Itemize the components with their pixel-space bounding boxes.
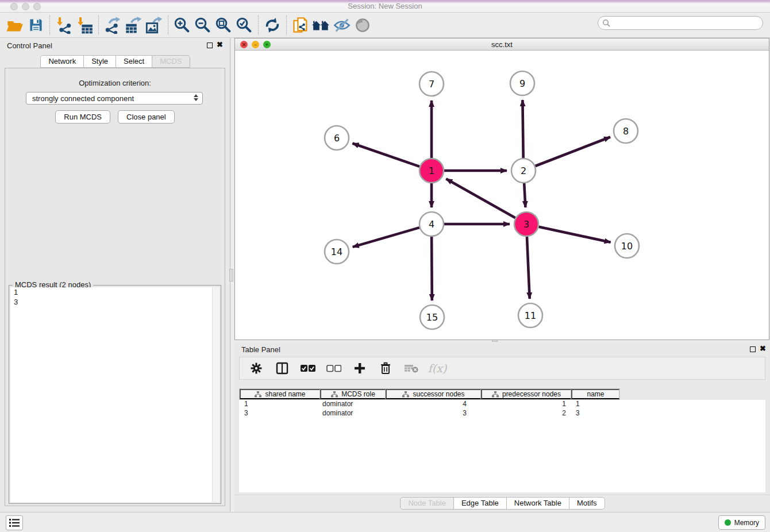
export-table-icon <box>125 17 142 34</box>
tab-edge-table[interactable]: Edge Table <box>453 497 507 510</box>
cell-mcds-role: dominator <box>319 409 385 418</box>
export-network-button[interactable] <box>102 15 123 36</box>
export-image-button[interactable] <box>144 15 164 36</box>
cell-mcds-role: dominator <box>319 400 385 409</box>
close-panel-button[interactable]: Close panel <box>118 110 175 124</box>
open-folder-icon <box>6 17 24 33</box>
show-columns-button[interactable] <box>274 360 291 377</box>
search-input[interactable] <box>613 18 763 28</box>
tab-motifs[interactable]: Motifs <box>569 497 605 510</box>
import-network-icon <box>55 17 72 34</box>
tree-icon <box>255 391 261 398</box>
graph-edge-2-3[interactable] <box>524 183 525 207</box>
graph-edge-4-14[interactable] <box>353 228 419 247</box>
optimization-criterion-select[interactable]: strongly connected component <box>26 92 203 105</box>
graph-edge-2-8[interactable] <box>536 137 611 167</box>
network-canvas[interactable]: 7 9 6 8 1 2 4 3 14 10 15 11 <box>235 51 769 340</box>
graph-edge-2-9[interactable] <box>522 100 523 158</box>
table-options-button[interactable] <box>248 360 265 377</box>
zoom-selected-button[interactable] <box>234 15 255 36</box>
graph-node-6[interactable]: 6 <box>325 126 349 150</box>
toolbar-separator <box>258 16 259 35</box>
column-header-shared-name[interactable]: shared name <box>240 389 320 399</box>
column-header-predecessor-nodes[interactable]: predecessor nodes <box>481 389 571 399</box>
mcds-result-item: 1 <box>10 287 220 297</box>
graph-node-9[interactable]: 9 <box>510 71 534 95</box>
tree-icon <box>402 391 409 398</box>
import-network-button[interactable] <box>53 15 74 36</box>
column-header-name[interactable]: name <box>571 389 619 399</box>
plus-icon <box>354 363 365 374</box>
toolbar-separator <box>286 16 287 35</box>
import-table-button[interactable] <box>74 15 95 36</box>
show-all-button[interactable] <box>352 15 373 36</box>
optimization-criterion-value: strongly connected component <box>32 94 134 103</box>
graph-node-2[interactable]: 2 <box>511 159 536 183</box>
graph-node-15[interactable]: 15 <box>420 305 444 329</box>
table-panel-float-button[interactable] <box>750 346 756 352</box>
zoom-in-button[interactable] <box>172 15 192 36</box>
hide-selected-button[interactable] <box>332 15 352 36</box>
graph-node-10[interactable]: 10 <box>615 234 639 258</box>
graph-edge-1-6[interactable] <box>352 144 419 167</box>
clone-network-button[interactable] <box>290 15 311 36</box>
refresh-layout-icon <box>264 17 280 33</box>
graph-node-14[interactable]: 14 <box>325 240 349 264</box>
task-history-button[interactable] <box>6 515 23 530</box>
tab-mcds[interactable]: MCDS <box>152 55 190 68</box>
save-session-button[interactable] <box>25 15 46 36</box>
tab-select[interactable]: Select <box>116 55 152 68</box>
cell-predecessor-nodes: 1 <box>480 400 571 409</box>
trash-icon <box>380 362 391 375</box>
graph-node-8[interactable]: 8 <box>614 119 638 143</box>
function-builder-button[interactable]: f(x) <box>429 360 446 377</box>
control-panel-tabs: Network Style Select MCDS <box>0 55 230 68</box>
zoom-fit-icon <box>215 17 232 34</box>
select-all-button[interactable] <box>299 360 317 377</box>
column-label: successor nodes <box>413 390 464 398</box>
graph-node-7[interactable]: 7 <box>419 72 444 96</box>
zoom-fit-button[interactable] <box>213 15 234 36</box>
tab-network-table[interactable]: Network Table <box>506 497 569 510</box>
table-row[interactable]: 3 dominator 3 2 3 <box>239 409 765 418</box>
network-view-window: ✕ – + scc.txt 7 9 6 8 1 2 4 3 14 10 <box>234 38 769 340</box>
graph-edge-3-11[interactable] <box>527 237 530 299</box>
tab-network[interactable]: Network <box>40 55 84 68</box>
table-row[interactable]: 1 dominator 4 1 1 <box>239 400 765 409</box>
graph-node-label: 4 <box>429 219 434 230</box>
apply-layout-button[interactable] <box>262 15 283 36</box>
table-panel-close-button[interactable]: ✖ <box>760 345 766 353</box>
checked-boxes-icon <box>301 364 315 372</box>
unselect-all-button[interactable] <box>325 360 342 377</box>
tab-style[interactable]: Style <box>83 55 116 68</box>
search-field[interactable] <box>598 16 763 30</box>
export-table-button[interactable] <box>123 15 144 36</box>
vertical-split-grip[interactable] <box>229 269 233 282</box>
column-header-successor-nodes[interactable]: successor nodes <box>386 389 481 399</box>
memory-button[interactable]: Memory <box>718 515 765 530</box>
control-panel-float-button[interactable] <box>207 43 213 48</box>
tab-node-table[interactable]: Node Table <box>400 497 454 510</box>
graph-node-1[interactable]: 1 <box>419 159 444 183</box>
unchecked-boxes-icon <box>326 364 341 372</box>
graph-edge-3-1[interactable] <box>446 179 515 218</box>
delete-column-button[interactable] <box>377 360 394 377</box>
zoom-out-button[interactable] <box>192 15 213 36</box>
column-label: predecessor nodes <box>502 390 561 398</box>
destroy-table-button[interactable] <box>403 360 420 377</box>
result-scrollbar[interactable] <box>212 287 220 502</box>
graph-edge-4-15[interactable] <box>432 237 432 300</box>
graph-edge-3-10[interactable] <box>539 227 611 242</box>
graph-node-4[interactable]: 4 <box>419 212 444 236</box>
graph-node-label: 6 <box>334 133 340 144</box>
mcds-result-list[interactable]: 1 3 <box>10 287 220 502</box>
column-header-mcds-role[interactable]: MCDS role <box>320 389 386 399</box>
control-panel-close-button[interactable]: ✖ <box>217 41 223 49</box>
run-mcds-button[interactable]: Run MCDS <box>55 110 110 124</box>
graph-node-3[interactable]: 3 <box>514 212 538 236</box>
home-view-button[interactable] <box>311 15 332 36</box>
add-column-button[interactable] <box>351 360 368 377</box>
open-session-button[interactable] <box>5 15 25 36</box>
graph-node-11[interactable]: 11 <box>518 303 542 327</box>
optimization-criterion-label: Optimization criterion: <box>5 79 225 87</box>
